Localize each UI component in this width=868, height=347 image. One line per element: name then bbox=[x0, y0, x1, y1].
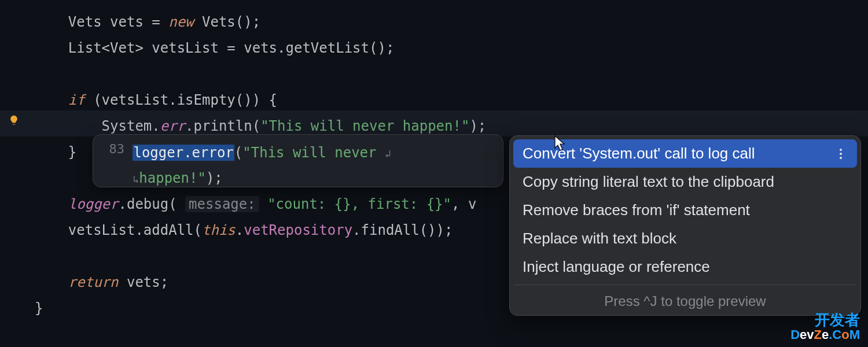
menu-item-inject-language[interactable]: Inject language or reference bbox=[513, 253, 857, 281]
editor-gutter bbox=[0, 0, 29, 347]
code-line bbox=[35, 243, 486, 270]
menu-item-remove-braces[interactable]: Remove braces from 'if' statement bbox=[513, 196, 857, 224]
menu-item-label: Replace with text block bbox=[523, 230, 676, 248]
menu-item-label: Remove braces from 'if' statement bbox=[523, 201, 750, 219]
intention-actions-menu: Convert 'System.out' call to log call Co… bbox=[509, 135, 861, 316]
code-line: return vets; bbox=[35, 270, 486, 296]
watermark-bottom: DevZe.CoM bbox=[790, 328, 860, 341]
watermark: 开发者 DevZe.CoM bbox=[790, 312, 860, 341]
preview-line-number: 83 bbox=[99, 141, 124, 156]
menu-item-copy-literal[interactable]: Copy string literal text to the clipboar… bbox=[513, 168, 857, 196]
menu-separator bbox=[514, 285, 856, 285]
menu-item-text-block[interactable]: Replace with text block bbox=[513, 224, 857, 253]
watermark-top: 开发者 bbox=[790, 312, 860, 328]
code-line bbox=[35, 61, 486, 87]
intention-preview-popup: 83 logger.error("This will never ↲ ↳happ… bbox=[93, 134, 503, 187]
menu-item-label: Copy string literal text to the clipboar… bbox=[523, 173, 774, 191]
code-line: logger.debug( message: "count: {}, first… bbox=[35, 191, 486, 217]
menu-item-convert-log[interactable]: Convert 'System.out' call to log call bbox=[513, 139, 857, 168]
menu-item-label: Inject language or reference bbox=[523, 258, 710, 276]
code-line: vetsList.addAll(this.vetRepository.findA… bbox=[35, 217, 486, 243]
intention-bulb-icon[interactable] bbox=[8, 113, 20, 125]
code-line: } bbox=[35, 296, 486, 322]
more-options-icon[interactable] bbox=[834, 147, 848, 161]
code-line: if (vetsList.isEmpty()) { bbox=[35, 87, 486, 113]
menu-hint: Press ^J to toggle preview bbox=[513, 289, 857, 312]
code-line: Vets vets = new Vets(); bbox=[35, 9, 486, 35]
menu-item-label: Convert 'System.out' call to log call bbox=[523, 145, 755, 163]
preview-code: logger.error("This will never ↲ ↳happen!… bbox=[133, 141, 391, 191]
code-line: List<Vet> vetsList = vets.getVetList(); bbox=[35, 35, 486, 61]
